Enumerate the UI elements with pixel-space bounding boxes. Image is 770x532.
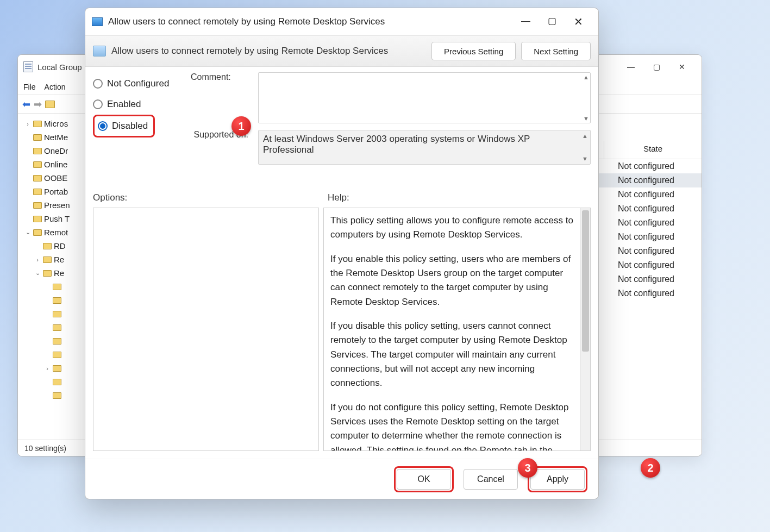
folder-icon [33,121,42,127]
tree-item-label: Portab [44,187,68,196]
tree-item-label: Re [54,255,64,264]
dialog-title-bar: Allow users to connect remotely by using… [85,8,598,35]
scroll-down-icon[interactable]: ▼ [583,115,589,122]
scroll-up-icon[interactable]: ▲ [582,133,588,139]
tree-item[interactable]: Push T [24,212,85,226]
folder-icon [53,352,61,358]
menu-action[interactable]: Action [45,83,66,91]
dialog-title: Allow users to connect remotely by using… [108,16,521,27]
dialog-close-button[interactable]: ✕ [574,16,583,27]
tree-item[interactable] [24,280,85,293]
tree-item[interactable] [24,321,85,334]
tree-item[interactable]: NetMe [24,130,85,144]
folder-icon [53,284,61,290]
cancel-button[interactable]: Cancel [464,469,518,490]
menu-file[interactable]: File [23,83,36,91]
folder-icon [53,392,61,399]
radio-icon [98,121,108,131]
radio-icon [93,79,103,89]
policy-setting-icon [93,46,106,57]
help-paragraph: This policy setting allows you to config… [330,214,574,242]
dialog-subtitle: Allow users to connect remotely by using… [111,46,426,57]
tree-item[interactable]: Online [24,158,85,171]
dialog-minimize-button[interactable]: ― [521,16,530,27]
gpedit-maximize-button[interactable]: ▢ [653,62,660,71]
tree-item[interactable]: Portab [24,185,85,198]
apply-button[interactable]: Apply [530,469,585,490]
tree-item[interactable]: RD [24,239,85,253]
tree-item[interactable]: ⌄Remot [24,226,85,239]
tree-item-label: Push T [44,214,70,223]
radio-not-configured[interactable]: Not Configured [93,73,191,94]
supported-on-text: At least Windows Server 2003 operating s… [258,130,591,165]
policy-state-radios: Not Configured Enabled Disabled [93,72,191,189]
scrollbar-thumb[interactable] [582,210,589,352]
gpedit-close-button[interactable]: ✕ [679,62,685,71]
annotation-badge-3: 3 [518,458,537,478]
folder-icon [33,189,42,195]
radio-label: Enabled [107,99,141,110]
tree-item-label: OOBE [44,173,67,183]
tree-expand-icon[interactable]: ⌄ [34,270,41,277]
tree-item[interactable]: Presen [24,198,85,212]
tree-item[interactable] [24,334,85,348]
tree-item[interactable] [24,293,85,307]
tree-item[interactable] [24,348,85,361]
folder-icon [43,243,52,249]
tree-item[interactable]: › [24,361,85,375]
folder-icon [33,175,42,181]
highlight-box-ok: OK [394,466,454,492]
ok-button[interactable]: OK [397,469,451,490]
folder-icon [33,161,42,168]
next-setting-button[interactable]: Next Setting [521,42,591,60]
folder-icon [53,311,61,317]
folder-icon [53,338,61,345]
gpedit-app-icon [23,61,33,72]
tree-item[interactable]: ›Re [24,253,85,266]
scroll-down-icon[interactable]: ▼ [582,155,588,162]
tree-item[interactable] [24,375,85,389]
nav-forward-icon[interactable]: ➡ [34,98,42,110]
previous-setting-button[interactable]: Previous Setting [431,42,516,60]
tree-expand-icon[interactable]: › [34,256,41,263]
folder-icon [33,148,42,154]
highlight-box-disabled: Disabled [93,115,155,137]
tree-expand-icon[interactable]: ⌄ [24,229,31,236]
folder-icon [33,134,42,141]
folder-icon [53,297,61,304]
tree-item-label: Remot [44,228,68,237]
radio-disabled[interactable]: Disabled [96,117,151,135]
help-paragraph: If you do not configure this policy sett… [330,400,574,450]
nav-back-icon[interactable]: ⬅ [22,98,30,110]
tree-item-label: OneDr [44,146,68,155]
gpedit-minimize-button[interactable]: ― [627,62,635,71]
folder-icon [53,324,61,331]
tree-item-label: Presen [44,201,70,210]
help-pane: This policy setting allows you to config… [323,208,591,451]
tree-expand-icon[interactable]: › [44,365,51,372]
radio-label: Not Configured [107,78,169,89]
tree-item[interactable]: OneDr [24,144,85,158]
annotation-badge-1: 1 [231,116,251,136]
tree-item[interactable] [24,389,85,402]
tree-expand-icon[interactable]: › [24,121,31,127]
tree-item-label: NetMe [44,133,68,142]
column-header-state[interactable]: State [604,141,702,159]
comment-textbox[interactable]: ▲ ▼ [258,72,591,123]
help-scrollbar[interactable] [580,208,590,450]
tree-item[interactable] [24,307,85,321]
radio-enabled[interactable]: Enabled [93,94,191,115]
folder-icon [43,256,52,263]
tree-item[interactable]: OOBE [24,171,85,185]
help-text: This policy setting allows you to config… [324,208,580,450]
scroll-up-icon[interactable]: ▲ [583,74,589,80]
dialog-header-strip: Allow users to connect remotely by using… [85,35,598,67]
tree-item[interactable]: ⌄Re [24,266,85,280]
folder-icon [33,202,42,209]
folder-icon [53,365,61,372]
dialog-maximize-button[interactable]: ▢ [548,16,556,27]
gpedit-tree-pane[interactable]: ›MicrosNetMeOneDrOnlineOOBEPortabPresenP… [18,114,86,455]
toolbar-folder-icon[interactable] [45,101,55,108]
tree-item[interactable]: ›Micros [24,117,85,130]
annotation-badge-2: 2 [641,458,660,478]
